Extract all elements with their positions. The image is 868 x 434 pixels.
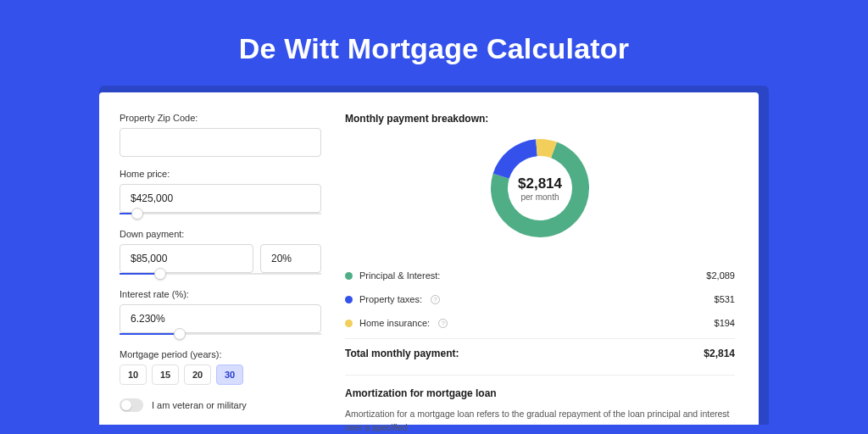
- interest-slider[interactable]: [120, 332, 321, 337]
- form-column: Property Zip Code: Home price: Down paym…: [120, 113, 321, 425]
- legend-value: $194: [715, 318, 735, 328]
- results-column: Monthly payment breakdown: $2,814 per mo…: [345, 113, 735, 425]
- legend-total-row: Total monthly payment: $2,814: [345, 338, 735, 375]
- zip-input[interactable]: [120, 128, 321, 157]
- period-options: 10152030: [120, 364, 321, 385]
- legend-dot: [345, 320, 353, 327]
- legend-row: Property taxes:?$531: [345, 287, 735, 311]
- legend-label: Property taxes:: [359, 294, 422, 304]
- home-price-slider[interactable]: [120, 212, 321, 217]
- legend-row: Home insurance:?$194: [345, 311, 735, 335]
- amortization-text: Amortization for a mortgage loan refers …: [345, 408, 735, 434]
- help-icon[interactable]: ?: [431, 295, 440, 304]
- legend: Principal & Interest:$2,089Property taxe…: [345, 264, 735, 335]
- home-price-slider-thumb[interactable]: [131, 208, 143, 220]
- calculator-card: Property Zip Code: Home price: Down paym…: [99, 92, 759, 425]
- total-value: $2,814: [704, 348, 735, 359]
- veteran-toggle-row: I am veteran or military: [120, 398, 321, 412]
- period-option-10[interactable]: 10: [120, 364, 147, 385]
- legend-value: $531: [715, 294, 735, 304]
- interest-slider-thumb[interactable]: [174, 328, 186, 340]
- veteran-toggle-knob: [121, 400, 131, 410]
- down-payment-slider[interactable]: [120, 272, 321, 277]
- legend-row: Principal & Interest:$2,089: [345, 264, 735, 287]
- veteran-toggle[interactable]: [120, 398, 143, 412]
- veteran-label: I am veteran or military: [152, 400, 247, 410]
- zip-label: Property Zip Code:: [120, 113, 321, 123]
- field-period: Mortgage period (years): 10152030: [120, 349, 321, 385]
- total-label: Total monthly payment:: [345, 348, 459, 359]
- interest-input[interactable]: [120, 304, 321, 333]
- legend-value: $2,089: [706, 270, 735, 281]
- down-payment-amount-input[interactable]: [120, 244, 253, 273]
- legend-label: Home insurance:: [359, 318, 430, 328]
- breakdown-heading: Monthly payment breakdown:: [345, 113, 735, 125]
- home-price-label: Home price:: [120, 169, 321, 179]
- field-home-price: Home price:: [120, 169, 321, 217]
- period-option-15[interactable]: 15: [152, 364, 179, 385]
- donut-center: $2,814 per month: [488, 136, 592, 240]
- donut-chart-wrap: $2,814 per month: [345, 136, 735, 240]
- field-interest-rate: Interest rate (%):: [120, 289, 321, 337]
- help-icon[interactable]: ?: [438, 319, 448, 328]
- home-price-input[interactable]: [120, 184, 321, 213]
- divider: [345, 375, 735, 376]
- field-zip: Property Zip Code:: [120, 113, 321, 157]
- donut-chart: $2,814 per month: [488, 136, 592, 240]
- field-down-payment: Down payment:: [120, 229, 321, 277]
- page-title: De Witt Mortgage Calculator: [0, 0, 868, 86]
- period-label: Mortgage period (years):: [120, 349, 321, 359]
- donut-sub: per month: [520, 192, 559, 202]
- card-shadow: Property Zip Code: Home price: Down paym…: [99, 86, 769, 425]
- legend-dot: [345, 272, 353, 280]
- amortization-heading: Amortization for mortgage loan: [345, 387, 735, 399]
- legend-label: Principal & Interest:: [359, 270, 440, 281]
- down-payment-slider-thumb[interactable]: [154, 268, 166, 280]
- down-payment-percent-input[interactable]: [260, 244, 321, 273]
- interest-label: Interest rate (%):: [120, 289, 321, 299]
- period-option-20[interactable]: 20: [184, 364, 211, 385]
- legend-dot: [345, 296, 353, 303]
- donut-amount: $2,814: [518, 175, 562, 192]
- period-option-30[interactable]: 30: [216, 364, 243, 385]
- down-payment-label: Down payment:: [120, 229, 321, 239]
